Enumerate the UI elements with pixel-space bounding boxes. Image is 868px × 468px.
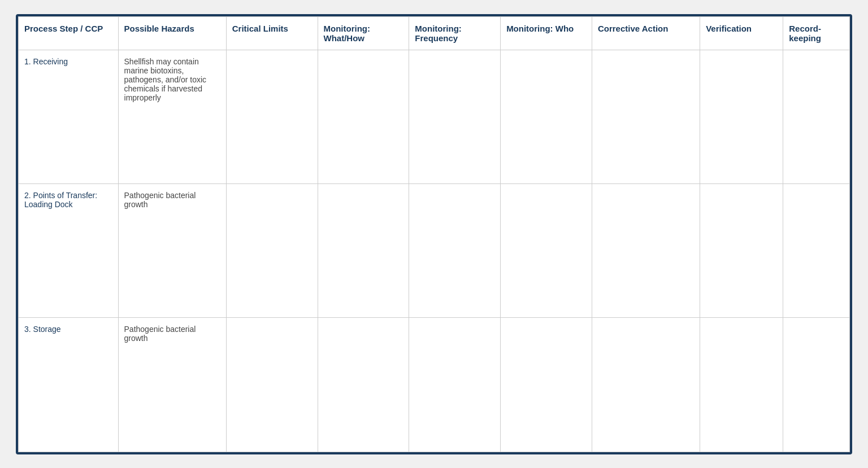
row3-mon-who	[501, 318, 592, 452]
header-hazards: Possible Hazards	[118, 16, 226, 50]
row1-verification	[700, 50, 783, 183]
table-row: 2. Points of Transfer: Loading Dock Path…	[19, 183, 850, 317]
table-row: 1. Receiving Shellfish may contain marin…	[19, 50, 850, 183]
row3-mon-what	[318, 318, 409, 452]
row1-hazards: Shellfish may contain marine biotoxins, …	[118, 50, 226, 183]
header-mon-who: Monitoring: Who	[501, 16, 592, 50]
header-row: Process Step / CCP Possible Hazards Crit…	[19, 16, 850, 50]
row3-corrective	[592, 318, 700, 452]
row3-recordkeeping	[783, 318, 850, 452]
header-process: Process Step / CCP	[19, 16, 119, 50]
row2-mon-freq	[409, 183, 501, 317]
header-mon-what: Monitoring: What/How	[318, 16, 409, 50]
row2-process: 2. Points of Transfer: Loading Dock	[19, 183, 119, 317]
row1-process: 1. Receiving	[19, 50, 119, 183]
header-critical: Critical Limits	[226, 16, 318, 50]
row3-process: 3. Storage	[19, 318, 119, 452]
row1-mon-freq	[409, 50, 501, 183]
row1-corrective	[592, 50, 700, 183]
row2-corrective	[592, 183, 700, 317]
haccp-table-wrapper: Process Step / CCP Possible Hazards Crit…	[16, 14, 852, 454]
table-row: 3. Storage Pathogenic bacterial growth	[19, 318, 850, 452]
row1-mon-who	[501, 50, 592, 183]
row2-recordkeeping	[783, 183, 850, 317]
row1-critical	[226, 50, 318, 183]
row2-verification	[700, 183, 783, 317]
row1-recordkeeping	[783, 50, 850, 183]
header-verification: Verification	[700, 16, 783, 50]
row2-mon-what	[318, 183, 409, 317]
header-corrective: Corrective Action	[592, 16, 700, 50]
row3-mon-freq	[409, 318, 501, 452]
row2-critical	[226, 183, 318, 317]
haccp-table: Process Step / CCP Possible Hazards Crit…	[18, 16, 850, 452]
row1-mon-what	[318, 50, 409, 183]
row3-verification	[700, 318, 783, 452]
row2-mon-who	[501, 183, 592, 317]
row2-hazards: Pathogenic bacterial growth	[118, 183, 226, 317]
header-mon-freq: Monitoring: Frequency	[409, 16, 501, 50]
header-recordkeeping: Record-keeping	[783, 16, 850, 50]
row3-hazards: Pathogenic bacterial growth	[118, 318, 226, 452]
row3-critical	[226, 318, 318, 452]
